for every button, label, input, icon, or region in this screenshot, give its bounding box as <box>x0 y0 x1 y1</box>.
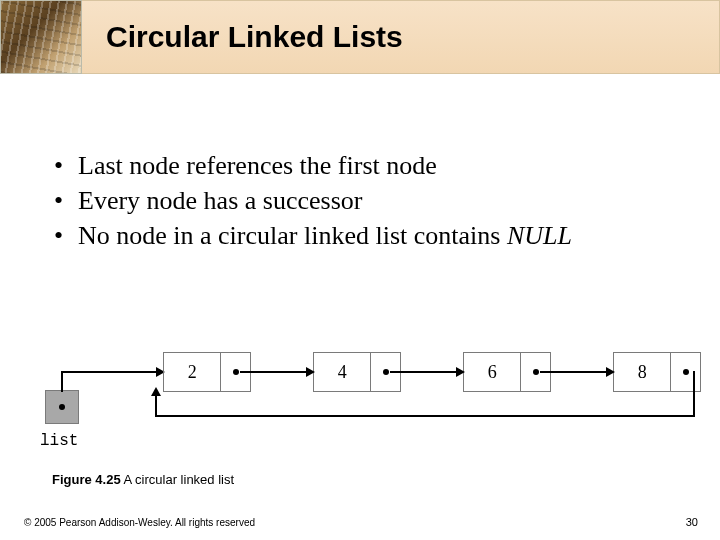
loopback-arrow <box>155 371 700 419</box>
arrow-segment <box>693 371 695 417</box>
header-decorative-image <box>0 0 82 74</box>
list-head-pointer-box <box>45 390 79 424</box>
bullet-text: Last node references the first node <box>78 151 437 180</box>
bullet-text: Every node has a successor <box>78 186 362 215</box>
arrow-segment <box>61 372 63 392</box>
bullet-item: Last node references the first node <box>52 150 668 181</box>
slide-header: Circular Linked Lists <box>0 0 720 74</box>
bullet-item: Every node has a successor <box>52 185 668 216</box>
figure-caption: Figure 4.25 A circular linked list <box>52 472 234 487</box>
bullet-item: No node in a circular linked list contai… <box>52 220 668 251</box>
figure-caption-text: A circular linked list <box>121 472 234 487</box>
bullet-text: No node in a circular linked list contai… <box>78 221 500 250</box>
list-variable-label: list <box>40 432 78 450</box>
arrow-segment <box>61 371 156 373</box>
copyright-footer: © 2005 Pearson Addison-Wesley. All right… <box>24 517 255 528</box>
arrowhead-icon <box>151 387 161 396</box>
pointer-dot-icon <box>59 404 65 410</box>
page-number: 30 <box>686 516 698 528</box>
figure-number: Figure 4.25 <box>52 472 121 487</box>
header-title-bar: Circular Linked Lists <box>82 0 720 74</box>
arrow-segment <box>155 415 695 417</box>
arrow-segment <box>155 395 157 417</box>
content-area: Last node references the first node Ever… <box>52 150 668 256</box>
figure-diagram: list 2 4 6 8 <box>35 334 685 454</box>
bullet-list: Last node references the first node Ever… <box>52 150 668 252</box>
null-keyword: NULL <box>507 221 572 250</box>
slide-title: Circular Linked Lists <box>106 20 403 54</box>
